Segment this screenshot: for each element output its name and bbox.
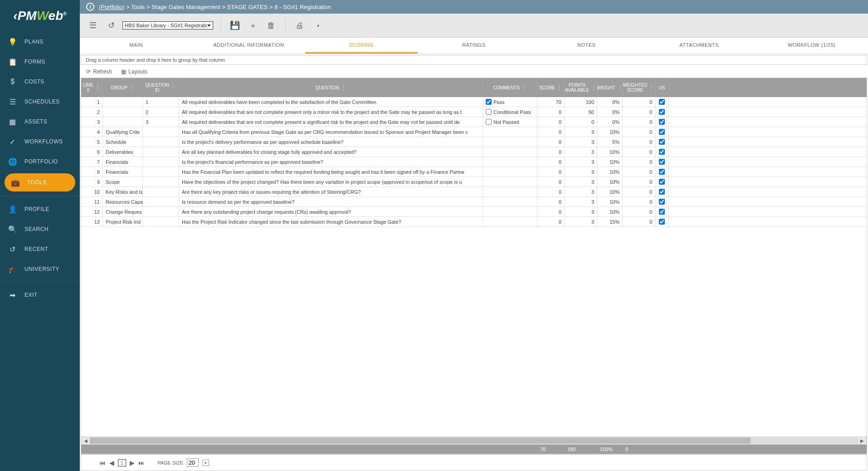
table-row[interactable]: 12Change RequesAre there any outstanding…: [81, 207, 867, 217]
save-icon[interactable]: 💾: [228, 19, 242, 32]
table-row[interactable]: 4Qualifying CriteHas all Qualifying Crit…: [81, 127, 867, 137]
comment-checkbox[interactable]: [486, 99, 492, 105]
profile-icon: 👤: [8, 205, 17, 214]
info-icon[interactable]: i: [86, 3, 94, 11]
table-row[interactable]: 11Resources CapaIs resource demand as pe…: [81, 197, 867, 207]
tab-attachments[interactable]: ATTACHMENTS: [643, 38, 755, 54]
sidebar-item-label: FORMS: [24, 59, 45, 65]
table-row[interactable]: 10Key Risks and IsAre there any key proj…: [81, 187, 867, 197]
column-menu-icon[interactable]: ⋮: [341, 84, 346, 91]
table-row[interactable]: 33All required deliverables that are not…: [81, 117, 867, 127]
sidebar-item-tools[interactable]: 💼TOOLS: [5, 173, 75, 191]
sidebar-item-plans[interactable]: 💡PLANS: [0, 32, 80, 52]
table-row[interactable]: 7FinancialsIs the project's financial pe…: [81, 157, 867, 167]
pager-last[interactable]: ⏭: [138, 459, 145, 466]
comment-option[interactable]: Not Passed: [486, 119, 519, 125]
sidebar-item-label: RECENT: [24, 246, 48, 252]
sidebar-item-schedules[interactable]: ☰SCHEDULES: [0, 92, 80, 112]
toolbar: ☰ ↺ HBS Baker Library - SG#1 Registratio…: [80, 14, 868, 38]
layouts-button[interactable]: ▦Layouts: [121, 69, 147, 75]
table-row[interactable]: 22All required deliverables that are not…: [81, 107, 867, 117]
column-menu-icon[interactable]: ⋮: [617, 84, 623, 91]
sidebar-item-costs[interactable]: $COSTS: [0, 72, 80, 92]
us-checkbox[interactable]: [659, 109, 665, 115]
us-checkbox[interactable]: [659, 119, 665, 125]
sidebar-item-label: SCHEDULES: [24, 98, 60, 105]
us-checkbox[interactable]: [659, 179, 665, 185]
sidebar-item-workflows[interactable]: ✓WORKFLOWS: [0, 132, 80, 152]
horizontal-scrollbar[interactable]: ◀ ▶: [81, 437, 867, 445]
history-icon[interactable]: ↺: [104, 19, 118, 32]
breadcrumb-bar: i (Portfolio) > Tools > Stage Gates Mana…: [80, 0, 868, 14]
portfolio-icon: 🌐: [8, 157, 17, 166]
tab-additional-information[interactable]: ADDITIONAL INFORMATION: [192, 38, 305, 54]
pager-next[interactable]: ▶: [130, 459, 135, 466]
column-menu-icon[interactable]: ⋮: [95, 84, 101, 91]
table-row[interactable]: 11All required deliverables have been co…: [81, 97, 867, 107]
table-row[interactable]: 13Project Risk IndHas the Project Risk I…: [81, 217, 867, 227]
comment-checkbox[interactable]: [486, 119, 492, 125]
grid-header: LINE #⋮ GROUP⋮ QUESTION ID⋮ QUESTION⋮ CO…: [81, 78, 867, 97]
tabs: MAINADDITIONAL INFORMATIONSCORINGRATINGS…: [80, 38, 868, 54]
pager-prev[interactable]: ◀: [109, 459, 114, 466]
us-checkbox[interactable]: [659, 199, 665, 205]
column-menu-icon[interactable]: ⋮: [171, 84, 176, 91]
sidebar-item-recent[interactable]: ↺RECENT: [0, 239, 80, 259]
tab-ratings[interactable]: RATINGS: [418, 38, 530, 54]
us-checkbox[interactable]: [659, 219, 665, 225]
delete-icon[interactable]: 🗑: [264, 19, 278, 32]
pager-first[interactable]: ⏮: [99, 459, 106, 466]
column-menu-icon[interactable]: ⋮: [649, 84, 654, 91]
tab-scoring[interactable]: SCORING: [305, 38, 418, 54]
sidebar-item-forms[interactable]: 📋FORMS: [0, 52, 80, 72]
print-icon[interactable]: 🖨: [293, 19, 307, 32]
us-checkbox[interactable]: [659, 169, 665, 175]
column-menu-icon[interactable]: ⋮: [522, 84, 527, 91]
forms-icon: 📋: [8, 57, 17, 66]
costs-icon: $: [8, 77, 17, 86]
comment-checkbox[interactable]: [486, 109, 492, 115]
add-icon[interactable]: ＋: [246, 19, 260, 32]
list-icon[interactable]: ☰: [86, 19, 100, 32]
scoring-grid: LINE #⋮ GROUP⋮ QUESTION ID⋮ QUESTION⋮ CO…: [81, 78, 867, 454]
us-checkbox[interactable]: [659, 189, 665, 195]
table-row[interactable]: 5ScheduleIs the project's delivery perfo…: [81, 137, 867, 147]
us-checkbox[interactable]: [659, 209, 665, 215]
column-menu-icon[interactable]: ⋮: [557, 84, 562, 91]
column-menu-icon[interactable]: ⋮: [591, 84, 596, 91]
refresh-button[interactable]: ⟳Refresh: [86, 69, 112, 75]
comment-option[interactable]: Conditional Pass: [486, 109, 531, 115]
print-dropdown[interactable]: ▾: [311, 19, 325, 32]
sidebar-item-search[interactable]: 🔍SEARCH: [0, 219, 80, 239]
assets-icon: ▦: [8, 117, 17, 126]
sidebar-item-profile[interactable]: 👤PROFILE: [0, 199, 80, 219]
pager-current-page[interactable]: 1: [118, 459, 126, 466]
page-size-input[interactable]: [187, 458, 199, 467]
group-by-bar[interactable]: Drag a column header and drop it here to…: [81, 55, 867, 65]
sidebar-item-label: SEARCH: [24, 226, 49, 232]
column-menu-icon[interactable]: ⋮: [129, 84, 135, 91]
tab-workflow-1-25-[interactable]: WORKFLOW (1/25): [756, 38, 868, 54]
us-checkbox[interactable]: [659, 149, 665, 155]
us-checkbox[interactable]: [659, 139, 665, 145]
tab-main[interactable]: MAIN: [80, 38, 192, 54]
us-checkbox[interactable]: [659, 129, 665, 135]
us-checkbox[interactable]: [659, 99, 665, 105]
us-checkbox[interactable]: [659, 159, 665, 165]
sidebar-item-university[interactable]: 🎓UNIVERSITY: [0, 259, 80, 279]
table-row[interactable]: 6DeliverablesAre all key planned deliver…: [81, 147, 867, 157]
sidebar-item-label: ASSETS: [24, 118, 47, 125]
search-icon: 🔍: [8, 225, 17, 234]
comment-option[interactable]: Pass: [486, 99, 504, 105]
workflows-icon: ✓: [8, 137, 17, 146]
grid-action-bar: ⟳Refresh ▦Layouts: [80, 66, 868, 78]
page-size-dropdown[interactable]: ▾: [202, 460, 209, 466]
table-row[interactable]: 8FinancialsHas the Financial Plan been u…: [81, 167, 867, 177]
sidebar-item-exit[interactable]: ➡EXIT: [0, 285, 80, 305]
table-row[interactable]: 9ScopeHave the objectives of the project…: [81, 177, 867, 187]
record-selector[interactable]: HBS Baker Library - SG#1 Registratio: [122, 21, 213, 29]
breadcrumb-portfolio[interactable]: (Portfolio): [99, 4, 124, 10]
tab-notes[interactable]: NOTES: [530, 38, 643, 54]
sidebar-item-assets[interactable]: ▦ASSETS: [0, 112, 80, 132]
sidebar-item-portfolio[interactable]: 🌐PORTFOLIO: [0, 152, 80, 172]
